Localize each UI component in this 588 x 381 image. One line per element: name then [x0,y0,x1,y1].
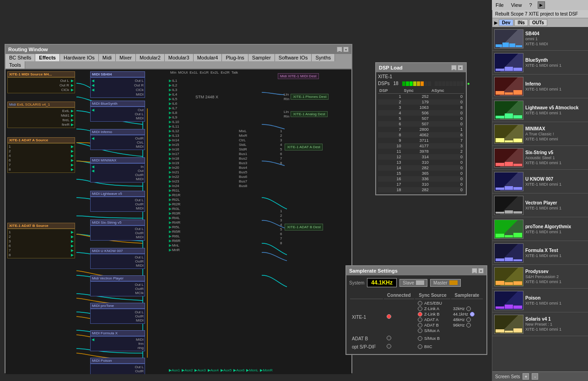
device-thumb-vectron [494,196,523,215]
mixer-ports: MixL MixR CtrL StdL StdR Bus1 Bus2 Bus3 … [239,129,264,188]
dsp-xite-label: XITE-1 [378,74,392,79]
menu-file[interactable]: File [494,2,506,8]
sr-close-btn[interactable]: × [478,268,484,274]
sr-sync-adatB[interactable] [418,323,422,327]
device-midi: XITE-1 MIDI [525,42,586,46]
device-midi: XITE-1 MIDI omni 1 [525,253,586,258]
sr-rate-48[interactable] [466,317,471,322]
tab-modular3[interactable]: Modular3 [165,54,194,61]
dsp-row-num: 2 [378,99,403,105]
routing-close-btn[interactable]: × [343,47,349,52]
device-thumb-bluesynth [494,53,523,72]
device-row[interactable]: proTone Algorythmix XITE-1 MIDI omni 1 [492,217,588,241]
routing-minimize-btn[interactable]: _ [337,47,342,52]
dsp-row-async: 0 [430,110,464,116]
screen-sets-add-btn[interactable]: + [523,373,529,380]
screen-sets-remove-btn[interactable]: - [532,373,538,380]
dsp-row-sync: 179 [403,99,430,105]
dsp-minimize-btn[interactable]: _ [451,65,457,70]
dev-btn[interactable]: Dev [499,19,513,26]
dest-adat-b-label: XITE-1 ADAT B Dest [285,224,323,231]
sr-device-row: XITE-1 AES/EBU Z-Link A Z-Link B ADAT A … [350,300,483,334]
tab-bc-shells[interactable]: BC Shells [5,54,35,61]
tab-modular4[interactable]: Modular4 [194,54,222,61]
menu-arrow-btn[interactable]: ▶ [538,1,545,9]
aux-ports-row: ▶Aux1 ▶Aux2 ▶Aux3 ▶Aux4 ▶Aux5 ▶Aux6 ▶Mon… [169,368,273,372]
source-node-adat-b[interactable]: XITE-1 ADAT B Source 1▶ 2▶ 3▶ 6▶ 7▶ 8▶ [7,223,75,258]
source-node-xite-midi[interactable]: XITE-1 MIDI Source M4... Out L▶ Out R▶ C… [7,71,75,93]
input-item: ▶In15 [169,143,192,147]
node-formulax[interactable]: MIDI Formula X ◀MIDI frm ring [90,330,145,351]
ins-btn[interactable]: INs [514,19,528,26]
dsp-table-row: 6 507 0 [378,121,464,127]
dsp-row-sync: 2800 [403,127,430,132]
sr-master-box[interactable]: Master [430,279,461,287]
tab-plugins[interactable]: Plug-Ins [222,54,248,61]
sr-minimize-btn[interactable]: _ [472,268,477,274]
device-name: Poison [525,295,586,301]
dest-analog: LIn RIn XITE-1 Analog Dest [284,110,328,118]
dsp-status-indicator: ● [467,81,470,86]
sr-sync-adatA[interactable] [418,317,422,322]
sr-rate-44[interactable] [470,312,475,317]
input-item: ▶IL11 [169,124,192,129]
device-midi: XITE-1 MIDI omni 1 [525,301,586,306]
device-row[interactable]: BlueSynth XITE-1 MIDI omni 1 [492,51,588,75]
dsp-row-num: 18 [378,187,403,193]
sr-sync-zlinkb[interactable] [418,312,422,317]
node-uknow[interactable]: MIDI U KNOW 007 Out L OutR MIDI [90,248,145,269]
sr-col-rate: Samplerate [451,292,483,299]
io-arrow[interactable]: ▶ [494,20,498,25]
tab-modular2[interactable]: Modular2 [136,54,165,61]
sr-sync-zlinka[interactable] [418,306,422,311]
source-node-solaris[interactable]: Midi ExtL SOLARIS v4_1 ExtL▶ Midi1▶ fire… [7,102,75,128]
node-vectron[interactable]: Midi Vectron Player Out L OutR MCIk [90,275,145,296]
bus-outputs: 1 2 3 4 5 6 7 8 XITE-1 ADAT A Dest [280,129,323,165]
node-sixstring[interactable]: MIDI Six-String v5 Out L OutR MIDI [90,220,145,241]
sr-extra-row-spdif: opt S/P-DIF BIIC [350,343,483,350]
device-row[interactable]: Inferno XITE-1 MIDI omni 1 [492,75,588,98]
menu-view[interactable]: View [509,2,524,8]
outs-btn[interactable]: OUTs [529,19,547,26]
sr-adatb-connected [387,336,391,340]
menu-help[interactable]: ? [527,2,534,8]
node-minimax[interactable]: MIDI MINIMAX ◀In ◀Out OutR MIDI [90,157,145,182]
device-row[interactable]: Prodyssev S&H Percussion 2 XITE-1 MIDI o… [492,265,588,289]
node-sb404[interactable]: MIDI SB404 ◀Out L ◀Out R ◀ClCk MIDI [90,71,145,98]
device-row[interactable]: Solaris v4 1 New Preset : 1 XITE-1 MIDI … [492,312,588,336]
node-poison[interactable]: MIDI Poison Out L OutR MIDI [90,358,145,374]
device-row[interactable]: Poison XITE-1 MIDI omni 1 [492,289,588,312]
sr-rate-32[interactable] [466,306,471,311]
input-item: ▶In17 [169,152,192,156]
routing-canvas[interactable]: XITE-1 MIDI Source M4... Out L▶ Out R▶ C… [5,70,351,374]
sr-rate-96[interactable] [466,323,471,327]
device-row[interactable]: Formula X Test XITE-1 MIDI omni 1 [492,241,588,265]
node-inferno[interactable]: MIDI Inferno ◀OutR CtrL MIDI [90,129,145,150]
source-node-adat-a[interactable]: XITE-1 ADAT A Source 1▶ 2▶ 4▶ 6▶ 7▶ 8▶ [7,137,75,173]
device-info-protone: proTone Algorythmix XITE-1 MIDI omni 1 [525,224,586,234]
dsp-content: XITE-1 DSPs 18 [376,72,466,194]
sr-sync-aes[interactable] [418,301,422,306]
device-row[interactable]: Vectron Player XITE-1 MIDI omni 1 [492,193,588,217]
node-bluesynth[interactable]: MIDI BlueSynth ◀Out Out L MIDI [90,101,145,122]
sr-slave-indicator [416,280,424,285]
tab-mixer[interactable]: Mixer [116,54,136,61]
sr-slave-box[interactable]: Slave [399,279,427,287]
device-row[interactable]: MINIMAX A True Classic ! XITE-1 MIDI omn… [492,122,588,146]
tab-midi[interactable]: Midi [99,54,116,61]
tab-hardware-ios[interactable]: Hardware IOs [60,54,99,61]
tab-effects[interactable]: Effects [35,54,60,61]
sr-sync-smux[interactable] [418,328,422,333]
sr-master-label: Master [433,280,448,285]
device-row[interactable]: SB404 omni 1 XITE-1 MIDI [492,27,588,51]
tab-synths[interactable]: Synths [312,54,335,61]
tab-tools[interactable]: Tools [5,61,25,69]
device-row[interactable]: Six-String v5 Acoustic Steel 1 XITE-1 MI… [492,146,588,170]
node-lightwave[interactable]: MIDI Lightwave v5 Out L OutR MIDI [90,191,145,212]
tab-software-ios[interactable]: Software IOs [275,54,312,61]
node-protone[interactable]: MIDI proTone Out L OutR MIDI [90,303,145,324]
tab-sampler[interactable]: Sampler [248,54,275,61]
dsp-close-btn[interactable]: × [458,65,463,70]
device-row[interactable]: Lightwave v5 Atmoclock XITE-1 MIDI omni … [492,98,588,122]
device-row[interactable]: U KNOW 007 XITE-1 MIDI omni 1 [492,170,588,193]
